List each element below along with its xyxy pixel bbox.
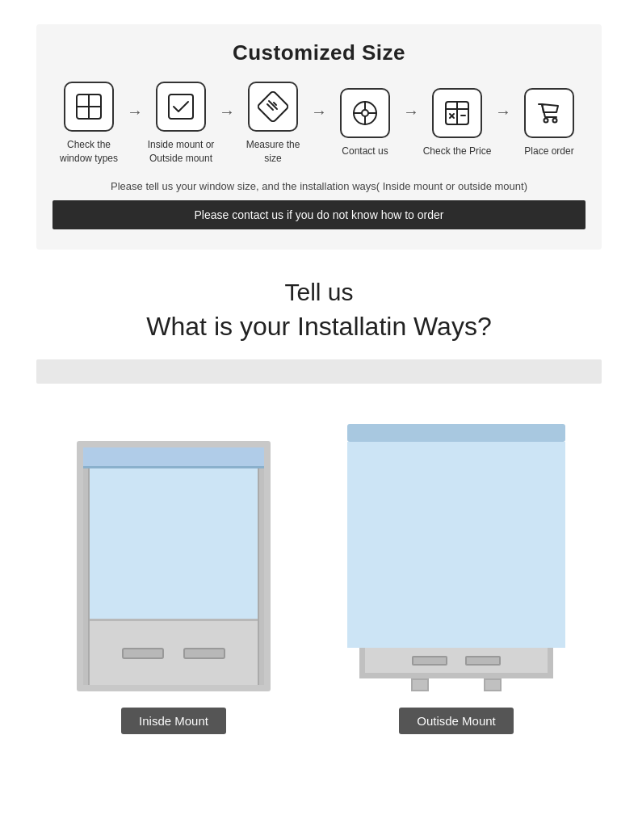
arrow-5: → [495,103,511,144]
outside-mount-item: Outisde Mount [351,424,561,734]
svg-point-21 [544,119,548,123]
ruler-icon [248,82,298,132]
step-3: Measure the size [237,82,309,166]
gray-band [36,359,602,384]
step-5-label: Check the Price [423,145,492,158]
contact-banner: Please contact us if you do not know how… [52,200,586,229]
outside-mount-label: Outisde Mount [399,708,514,734]
step-3-label: Measure the size [237,138,309,166]
cart-icon [524,88,574,138]
tell-us-section: Tell us What is your Installatin Ways? [0,274,638,344]
inside-mount-label: Inisde Mount [121,708,226,734]
arrow-3: → [311,103,327,144]
section-title: Customized Size [52,40,586,65]
tell-us-subtitle: What is your Installatin Ways? [0,310,638,344]
svg-rect-4 [258,91,288,122]
check-icon [156,82,206,132]
info-text: Please tell us your window size, and the… [52,180,586,192]
arrow-2: → [219,103,235,144]
steps-row: Check thewindow types → Inside mount orO… [52,82,586,166]
step-4-label: Contact us [342,145,388,158]
mount-section: Inisde Mount Outisde Mount [0,400,638,750]
step-4: Contact us [329,88,401,158]
svg-line-8 [274,103,276,105]
step-1-label: Check thewindow types [60,138,118,166]
contact-icon [340,88,390,138]
step-6: Place order [513,88,586,158]
step-2-label: Inside mount orOutside mount [148,138,215,166]
step-5: Check the Price [421,88,493,158]
svg-line-7 [271,107,273,110]
step-1: Check thewindow types [52,82,125,166]
step-2: Inside mount orOutside mount [145,82,217,166]
step-6-label: Place order [524,145,573,158]
arrow-1: → [127,103,143,144]
svg-point-10 [362,110,368,116]
inside-mount-item: Inisde Mount [77,441,271,734]
window-icon [64,82,114,132]
svg-rect-3 [169,94,193,119]
calculator-icon [432,88,482,138]
svg-point-22 [553,119,557,123]
svg-line-6 [267,104,270,107]
arrow-4: → [403,103,419,144]
tell-us-title: Tell us [0,274,638,310]
customized-size-section: Customized Size Check thewindow types → [36,24,602,250]
